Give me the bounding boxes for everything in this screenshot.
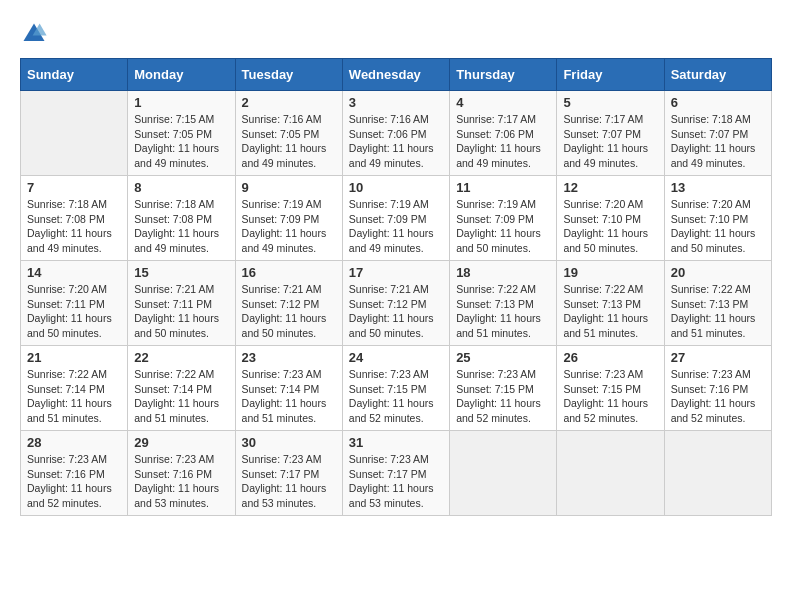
day-number: 15	[134, 265, 228, 280]
day-cell: 7Sunrise: 7:18 AM Sunset: 7:08 PM Daylig…	[21, 176, 128, 261]
week-row-5: 28Sunrise: 7:23 AM Sunset: 7:16 PM Dayli…	[21, 431, 772, 516]
day-cell: 1Sunrise: 7:15 AM Sunset: 7:05 PM Daylig…	[128, 91, 235, 176]
weekday-header-row: SundayMondayTuesdayWednesdayThursdayFrid…	[21, 59, 772, 91]
day-info: Sunrise: 7:19 AM Sunset: 7:09 PM Dayligh…	[349, 197, 443, 256]
day-cell: 23Sunrise: 7:23 AM Sunset: 7:14 PM Dayli…	[235, 346, 342, 431]
day-cell: 13Sunrise: 7:20 AM Sunset: 7:10 PM Dayli…	[664, 176, 771, 261]
day-cell	[664, 431, 771, 516]
day-cell: 28Sunrise: 7:23 AM Sunset: 7:16 PM Dayli…	[21, 431, 128, 516]
day-info: Sunrise: 7:23 AM Sunset: 7:16 PM Dayligh…	[134, 452, 228, 511]
logo	[20, 20, 52, 48]
day-info: Sunrise: 7:18 AM Sunset: 7:08 PM Dayligh…	[134, 197, 228, 256]
day-info: Sunrise: 7:19 AM Sunset: 7:09 PM Dayligh…	[242, 197, 336, 256]
weekday-header-saturday: Saturday	[664, 59, 771, 91]
day-number: 25	[456, 350, 550, 365]
day-number: 14	[27, 265, 121, 280]
day-info: Sunrise: 7:20 AM Sunset: 7:10 PM Dayligh…	[671, 197, 765, 256]
day-info: Sunrise: 7:17 AM Sunset: 7:06 PM Dayligh…	[456, 112, 550, 171]
day-cell: 24Sunrise: 7:23 AM Sunset: 7:15 PM Dayli…	[342, 346, 449, 431]
day-number: 30	[242, 435, 336, 450]
day-cell: 22Sunrise: 7:22 AM Sunset: 7:14 PM Dayli…	[128, 346, 235, 431]
day-number: 20	[671, 265, 765, 280]
day-info: Sunrise: 7:22 AM Sunset: 7:14 PM Dayligh…	[27, 367, 121, 426]
day-number: 31	[349, 435, 443, 450]
day-cell: 29Sunrise: 7:23 AM Sunset: 7:16 PM Dayli…	[128, 431, 235, 516]
day-cell: 5Sunrise: 7:17 AM Sunset: 7:07 PM Daylig…	[557, 91, 664, 176]
day-number: 5	[563, 95, 657, 110]
week-row-2: 7Sunrise: 7:18 AM Sunset: 7:08 PM Daylig…	[21, 176, 772, 261]
day-info: Sunrise: 7:23 AM Sunset: 7:16 PM Dayligh…	[27, 452, 121, 511]
day-info: Sunrise: 7:22 AM Sunset: 7:13 PM Dayligh…	[563, 282, 657, 341]
day-cell: 4Sunrise: 7:17 AM Sunset: 7:06 PM Daylig…	[450, 91, 557, 176]
day-cell: 9Sunrise: 7:19 AM Sunset: 7:09 PM Daylig…	[235, 176, 342, 261]
day-cell: 19Sunrise: 7:22 AM Sunset: 7:13 PM Dayli…	[557, 261, 664, 346]
weekday-header-wednesday: Wednesday	[342, 59, 449, 91]
day-info: Sunrise: 7:23 AM Sunset: 7:15 PM Dayligh…	[456, 367, 550, 426]
day-number: 6	[671, 95, 765, 110]
day-number: 29	[134, 435, 228, 450]
day-cell: 30Sunrise: 7:23 AM Sunset: 7:17 PM Dayli…	[235, 431, 342, 516]
day-number: 8	[134, 180, 228, 195]
calendar-table: SundayMondayTuesdayWednesdayThursdayFrid…	[20, 58, 772, 516]
day-info: Sunrise: 7:21 AM Sunset: 7:11 PM Dayligh…	[134, 282, 228, 341]
day-info: Sunrise: 7:15 AM Sunset: 7:05 PM Dayligh…	[134, 112, 228, 171]
day-info: Sunrise: 7:22 AM Sunset: 7:13 PM Dayligh…	[671, 282, 765, 341]
day-number: 23	[242, 350, 336, 365]
day-cell: 18Sunrise: 7:22 AM Sunset: 7:13 PM Dayli…	[450, 261, 557, 346]
day-cell	[450, 431, 557, 516]
day-info: Sunrise: 7:21 AM Sunset: 7:12 PM Dayligh…	[242, 282, 336, 341]
day-number: 28	[27, 435, 121, 450]
day-cell: 15Sunrise: 7:21 AM Sunset: 7:11 PM Dayli…	[128, 261, 235, 346]
day-info: Sunrise: 7:21 AM Sunset: 7:12 PM Dayligh…	[349, 282, 443, 341]
day-info: Sunrise: 7:23 AM Sunset: 7:14 PM Dayligh…	[242, 367, 336, 426]
day-cell: 25Sunrise: 7:23 AM Sunset: 7:15 PM Dayli…	[450, 346, 557, 431]
day-number: 18	[456, 265, 550, 280]
day-cell: 14Sunrise: 7:20 AM Sunset: 7:11 PM Dayli…	[21, 261, 128, 346]
day-info: Sunrise: 7:19 AM Sunset: 7:09 PM Dayligh…	[456, 197, 550, 256]
day-info: Sunrise: 7:18 AM Sunset: 7:08 PM Dayligh…	[27, 197, 121, 256]
day-cell	[21, 91, 128, 176]
day-number: 21	[27, 350, 121, 365]
day-info: Sunrise: 7:16 AM Sunset: 7:06 PM Dayligh…	[349, 112, 443, 171]
day-info: Sunrise: 7:22 AM Sunset: 7:14 PM Dayligh…	[134, 367, 228, 426]
day-number: 19	[563, 265, 657, 280]
weekday-header-sunday: Sunday	[21, 59, 128, 91]
day-number: 1	[134, 95, 228, 110]
day-cell: 3Sunrise: 7:16 AM Sunset: 7:06 PM Daylig…	[342, 91, 449, 176]
day-cell	[557, 431, 664, 516]
day-info: Sunrise: 7:22 AM Sunset: 7:13 PM Dayligh…	[456, 282, 550, 341]
day-cell: 16Sunrise: 7:21 AM Sunset: 7:12 PM Dayli…	[235, 261, 342, 346]
day-info: Sunrise: 7:20 AM Sunset: 7:11 PM Dayligh…	[27, 282, 121, 341]
day-cell: 17Sunrise: 7:21 AM Sunset: 7:12 PM Dayli…	[342, 261, 449, 346]
week-row-4: 21Sunrise: 7:22 AM Sunset: 7:14 PM Dayli…	[21, 346, 772, 431]
header	[20, 20, 772, 48]
day-number: 24	[349, 350, 443, 365]
day-cell: 8Sunrise: 7:18 AM Sunset: 7:08 PM Daylig…	[128, 176, 235, 261]
logo-icon	[20, 20, 48, 48]
day-cell: 2Sunrise: 7:16 AM Sunset: 7:05 PM Daylig…	[235, 91, 342, 176]
day-info: Sunrise: 7:23 AM Sunset: 7:17 PM Dayligh…	[242, 452, 336, 511]
day-info: Sunrise: 7:23 AM Sunset: 7:17 PM Dayligh…	[349, 452, 443, 511]
day-info: Sunrise: 7:23 AM Sunset: 7:15 PM Dayligh…	[349, 367, 443, 426]
day-number: 17	[349, 265, 443, 280]
day-number: 22	[134, 350, 228, 365]
week-row-3: 14Sunrise: 7:20 AM Sunset: 7:11 PM Dayli…	[21, 261, 772, 346]
day-number: 4	[456, 95, 550, 110]
day-number: 26	[563, 350, 657, 365]
weekday-header-thursday: Thursday	[450, 59, 557, 91]
day-number: 12	[563, 180, 657, 195]
day-cell: 6Sunrise: 7:18 AM Sunset: 7:07 PM Daylig…	[664, 91, 771, 176]
day-number: 13	[671, 180, 765, 195]
day-number: 16	[242, 265, 336, 280]
day-number: 2	[242, 95, 336, 110]
day-cell: 27Sunrise: 7:23 AM Sunset: 7:16 PM Dayli…	[664, 346, 771, 431]
day-info: Sunrise: 7:16 AM Sunset: 7:05 PM Dayligh…	[242, 112, 336, 171]
day-cell: 20Sunrise: 7:22 AM Sunset: 7:13 PM Dayli…	[664, 261, 771, 346]
day-number: 10	[349, 180, 443, 195]
day-cell: 11Sunrise: 7:19 AM Sunset: 7:09 PM Dayli…	[450, 176, 557, 261]
day-cell: 31Sunrise: 7:23 AM Sunset: 7:17 PM Dayli…	[342, 431, 449, 516]
weekday-header-monday: Monday	[128, 59, 235, 91]
week-row-1: 1Sunrise: 7:15 AM Sunset: 7:05 PM Daylig…	[21, 91, 772, 176]
day-number: 27	[671, 350, 765, 365]
day-info: Sunrise: 7:23 AM Sunset: 7:16 PM Dayligh…	[671, 367, 765, 426]
